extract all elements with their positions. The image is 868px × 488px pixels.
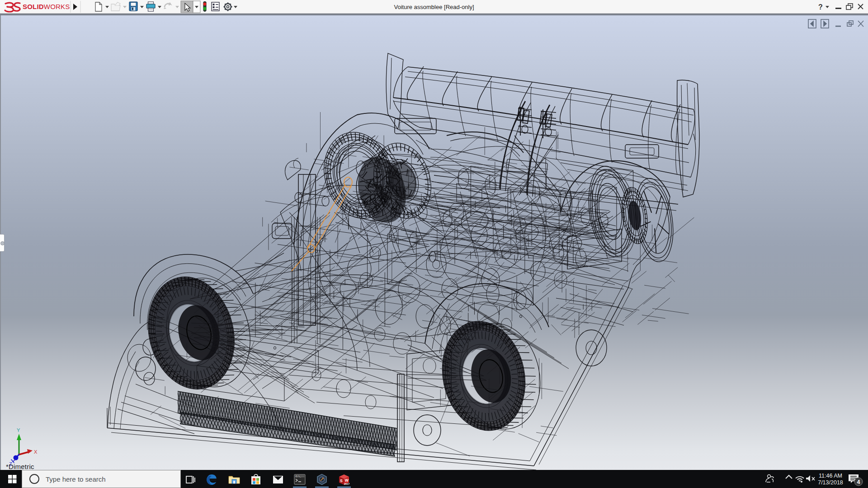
svg-text:C:\_: C:\_ [296,475,302,478]
svg-text:Y: Y [17,427,20,433]
svg-text:11:46 AM: 11:46 AM [819,473,842,479]
svg-text:W: W [345,478,349,483]
svg-text:2017: 2017 [344,483,349,485]
svg-text:?: ? [818,3,823,11]
svg-text:X: X [34,449,38,455]
svg-text:7/13/2018: 7/13/2018 [818,479,843,486]
svg-text:S: S [340,479,343,483]
svg-text:SOLIDWORKS: SOLIDWORKS [23,3,70,10]
svg-text:4: 4 [857,479,860,485]
